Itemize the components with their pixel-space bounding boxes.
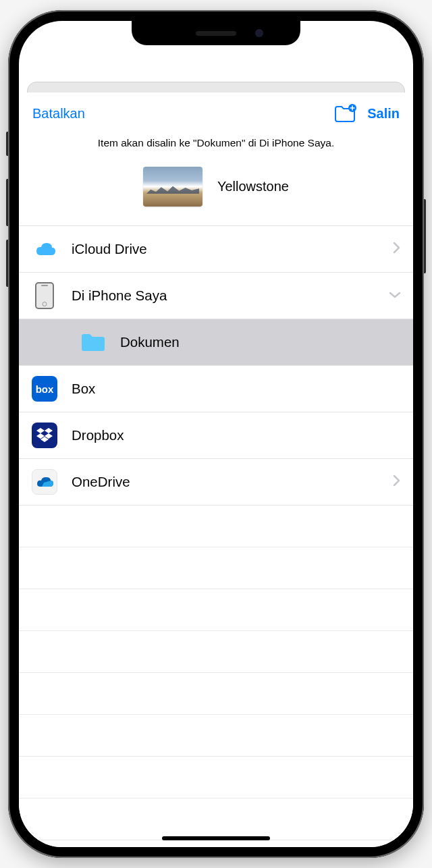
status-time: 09.41	[43, 33, 72, 47]
mute-switch	[6, 132, 8, 156]
notch	[132, 21, 300, 45]
volume-down-button	[6, 240, 8, 287]
location-label: Box	[72, 381, 401, 397]
location-row-dropbox[interactable]: Dropbox	[19, 412, 413, 459]
box-app-icon: box	[31, 375, 58, 402]
file-preview: Yellowstone	[19, 161, 413, 225]
location-label: OneDrive	[72, 474, 393, 490]
onedrive-app-icon	[31, 468, 58, 495]
phone-frame: 09.41 Batalkan	[8, 10, 424, 858]
svg-rect-1	[340, 38, 342, 43]
front-camera	[255, 29, 263, 37]
empty-list-area	[19, 506, 413, 840]
cancel-button[interactable]: Batalkan	[32, 106, 85, 121]
location-list: iCloud Drive Di iPhone Saya	[19, 225, 413, 506]
location-row-on-iphone[interactable]: Di iPhone Saya	[19, 273, 413, 319]
volume-up-button	[6, 179, 8, 226]
svg-rect-6	[387, 37, 389, 40]
location-label: Dokumen	[120, 334, 401, 350]
svg-rect-2	[344, 36, 346, 43]
save-sheet: Batalkan Salin Item akan disalin ke "Dok…	[19, 92, 413, 847]
destination-info: Item akan disalin ke "Dokumen" di Di iPh…	[19, 134, 413, 161]
location-row-dokumen[interactable]: Dokumen	[19, 319, 413, 366]
svg-rect-0	[337, 40, 339, 43]
icloud-icon	[31, 236, 58, 263]
location-row-onedrive[interactable]: OneDrive	[19, 459, 413, 506]
dropbox-app-icon	[31, 422, 58, 449]
file-thumbnail	[143, 167, 202, 207]
file-name: Yellowstone	[217, 179, 289, 194]
chevron-right-icon	[393, 474, 401, 489]
copy-button[interactable]: Salin	[367, 106, 400, 121]
wifi-icon	[354, 33, 367, 47]
battery-icon	[371, 33, 389, 47]
location-row-icloud[interactable]: iCloud Drive	[19, 226, 413, 273]
location-label: Di iPhone Saya	[72, 288, 389, 304]
nav-bar: Batalkan Salin	[19, 92, 413, 134]
cancel-label: Batalkan	[32, 106, 85, 121]
iphone-icon	[31, 282, 58, 309]
svg-rect-3	[347, 34, 349, 43]
status-right	[337, 33, 389, 47]
chevron-down-icon	[389, 290, 401, 302]
location-label: iCloud Drive	[72, 241, 393, 257]
chevron-right-icon	[393, 242, 401, 256]
cellular-icon	[337, 33, 350, 47]
power-button	[424, 199, 426, 273]
location-label: Dropbox	[72, 427, 401, 443]
new-folder-button[interactable]	[333, 104, 356, 123]
screen: 09.41 Batalkan	[19, 21, 413, 847]
speaker-grille	[196, 31, 236, 36]
svg-rect-5	[372, 36, 385, 42]
folder-icon	[80, 329, 107, 356]
home-indicator[interactable]	[162, 836, 270, 840]
new-folder-icon	[333, 104, 356, 123]
location-row-box[interactable]: box Box	[19, 366, 413, 412]
